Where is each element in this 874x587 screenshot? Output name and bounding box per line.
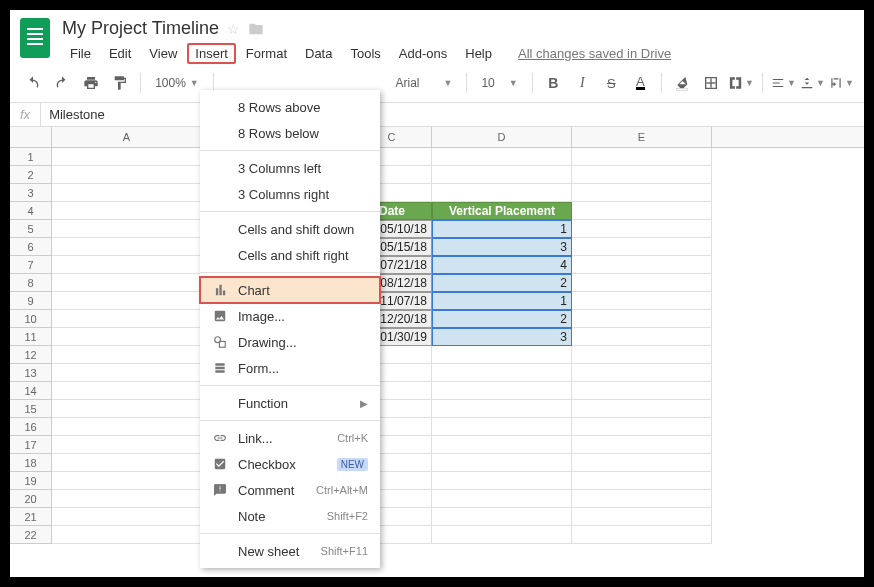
insert-drawing[interactable]: Drawing... <box>200 329 380 355</box>
cell[interactable] <box>52 274 202 292</box>
row-header[interactable]: 9 <box>10 292 52 310</box>
insert-cols-right[interactable]: 3 Columns right <box>200 181 380 207</box>
insert-cells-down[interactable]: Cells and shift down <box>200 216 380 242</box>
menu-addons[interactable]: Add-ons <box>391 43 455 64</box>
menu-insert[interactable]: Insert <box>187 43 236 64</box>
row-header[interactable]: 18 <box>10 454 52 472</box>
insert-chart[interactable]: Chart <box>200 277 380 303</box>
cell[interactable] <box>572 400 712 418</box>
row-header[interactable]: 7 <box>10 256 52 274</box>
cell[interactable] <box>432 526 572 544</box>
insert-cols-left[interactable]: 3 Columns left <box>200 155 380 181</box>
row-header[interactable]: 10 <box>10 310 52 328</box>
cell[interactable]: 1 <box>432 220 572 238</box>
cell[interactable] <box>432 400 572 418</box>
cell[interactable] <box>52 454 202 472</box>
row-header[interactable]: 11 <box>10 328 52 346</box>
cell[interactable] <box>572 274 712 292</box>
insert-cells-right[interactable]: Cells and shift right <box>200 242 380 268</box>
cell[interactable]: 3 <box>432 328 572 346</box>
cell[interactable] <box>432 166 572 184</box>
cell[interactable] <box>432 382 572 400</box>
row-header[interactable]: 17 <box>10 436 52 454</box>
row-header[interactable]: 16 <box>10 418 52 436</box>
row-header[interactable]: 13 <box>10 364 52 382</box>
row-header[interactable]: 20 <box>10 490 52 508</box>
cell[interactable] <box>572 436 712 454</box>
cell[interactable]: 1 <box>432 292 572 310</box>
row-header[interactable]: 2 <box>10 166 52 184</box>
text-wrap-button[interactable]: ▼ <box>829 70 854 96</box>
doc-title[interactable]: My Project Timeline <box>62 18 219 39</box>
h-align-button[interactable]: ▼ <box>771 70 796 96</box>
font-size-select[interactable]: 10▼ <box>475 76 523 90</box>
cell[interactable]: 2 <box>432 274 572 292</box>
cell[interactable] <box>432 490 572 508</box>
col-header-d[interactable]: D <box>432 127 572 147</box>
cell[interactable] <box>52 202 202 220</box>
cell[interactable] <box>52 346 202 364</box>
insert-rows-above[interactable]: 8 Rows above <box>200 94 380 120</box>
insert-comment[interactable]: CommentCtrl+Alt+M <box>200 477 380 503</box>
insert-image[interactable]: Image... <box>200 303 380 329</box>
redo-button[interactable] <box>49 70 74 96</box>
menu-help[interactable]: Help <box>457 43 500 64</box>
cell[interactable] <box>432 346 572 364</box>
font-select[interactable]: Arial▼ <box>390 76 459 90</box>
insert-checkbox[interactable]: CheckboxNEW <box>200 451 380 477</box>
cell[interactable] <box>52 472 202 490</box>
cell[interactable] <box>52 400 202 418</box>
cell[interactable] <box>432 472 572 490</box>
insert-function[interactable]: Function▶ <box>200 390 380 416</box>
cell[interactable] <box>52 328 202 346</box>
menu-data[interactable]: Data <box>297 43 340 64</box>
menu-edit[interactable]: Edit <box>101 43 139 64</box>
paint-format-button[interactable] <box>107 70 132 96</box>
row-header[interactable]: 21 <box>10 508 52 526</box>
zoom-select[interactable]: 100%▼ <box>149 76 205 90</box>
cell[interactable] <box>432 364 572 382</box>
cell[interactable] <box>432 454 572 472</box>
cell[interactable] <box>432 508 572 526</box>
cell[interactable] <box>572 508 712 526</box>
cell[interactable] <box>572 256 712 274</box>
row-header[interactable]: 14 <box>10 382 52 400</box>
cell[interactable] <box>572 490 712 508</box>
cell[interactable] <box>572 382 712 400</box>
fill-color-button[interactable] <box>670 70 695 96</box>
cell[interactable] <box>572 238 712 256</box>
cell[interactable] <box>572 310 712 328</box>
cell[interactable] <box>52 436 202 454</box>
cell[interactable] <box>572 220 712 238</box>
col-header-e[interactable]: E <box>572 127 712 147</box>
cell[interactable] <box>52 418 202 436</box>
insert-note[interactable]: NoteShift+F2 <box>200 503 380 529</box>
v-align-button[interactable]: ▼ <box>800 70 825 96</box>
cell[interactable] <box>572 418 712 436</box>
undo-button[interactable] <box>20 70 45 96</box>
row-header[interactable]: 15 <box>10 400 52 418</box>
insert-form[interactable]: Form... <box>200 355 380 381</box>
menu-view[interactable]: View <box>141 43 185 64</box>
cell[interactable] <box>52 508 202 526</box>
italic-button[interactable]: I <box>570 70 595 96</box>
row-header[interactable]: 6 <box>10 238 52 256</box>
cell[interactable] <box>52 292 202 310</box>
cell[interactable] <box>572 454 712 472</box>
bold-button[interactable]: B <box>541 70 566 96</box>
row-header[interactable]: 22 <box>10 526 52 544</box>
row-header[interactable]: 12 <box>10 346 52 364</box>
cell[interactable] <box>572 364 712 382</box>
cell[interactable] <box>572 346 712 364</box>
cell[interactable]: 4 <box>432 256 572 274</box>
row-header[interactable]: 4 <box>10 202 52 220</box>
cell[interactable] <box>572 472 712 490</box>
cell[interactable] <box>52 490 202 508</box>
cell[interactable] <box>572 184 712 202</box>
borders-button[interactable] <box>699 70 724 96</box>
cell[interactable] <box>572 292 712 310</box>
cell[interactable] <box>52 184 202 202</box>
cell[interactable] <box>52 148 202 166</box>
cell[interactable] <box>432 436 572 454</box>
cell[interactable] <box>52 166 202 184</box>
